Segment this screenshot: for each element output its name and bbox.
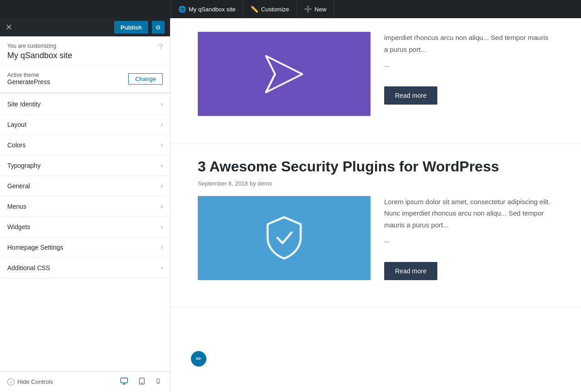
read-more-button-2[interactable]: Read more — [384, 262, 437, 280]
sidebar-menu: Site Identity › Layout › Colors › Typogr… — [0, 94, 170, 371]
chevron-right-icon: › — [161, 121, 163, 128]
chevron-right-icon: › — [161, 265, 163, 271]
sidebar-item-typography[interactable]: Typography › — [0, 156, 170, 176]
theme-info: Active theme GeneratePress — [7, 72, 50, 85]
desktop-device-button[interactable] — [118, 375, 130, 389]
homepage-settings-label: Homepage Settings — [7, 244, 63, 251]
mobile-icon — [155, 377, 161, 385]
additional-css-label: Additional CSS — [7, 264, 50, 271]
chevron-right-icon: › — [161, 183, 163, 189]
paper-plane-icon — [261, 51, 307, 97]
tab-my-site-label: My qSandbox site — [189, 6, 235, 13]
excerpt-text-2: Lorem ipsum dolor sit amet, consectetur … — [384, 196, 554, 231]
post-title-2: 3 Awesome Security Plugins for WordPress — [198, 157, 554, 176]
tablet-device-button[interactable] — [136, 375, 147, 389]
pencil-icon: ✏ — [196, 355, 202, 363]
sidebar-theme: Active theme GeneratePress Change — [0, 65, 170, 92]
svg-point-4 — [141, 382, 142, 383]
top-bar: 🌐 My qSandbox site ✏️ Customize ➕ New — [0, 0, 581, 18]
chevron-right-icon: › — [161, 203, 163, 210]
theme-name: GeneratePress — [7, 78, 50, 85]
sidebar-item-widgets[interactable]: Widgets › — [0, 217, 170, 237]
chevron-right-icon: › — [161, 101, 163, 107]
publish-button[interactable]: Publish — [114, 21, 148, 34]
shield-check-icon — [261, 215, 307, 261]
device-switcher — [118, 375, 163, 389]
change-theme-button[interactable]: Change — [128, 73, 163, 85]
settings-button[interactable]: ⚙ — [152, 21, 165, 34]
chevron-right-icon: › — [161, 162, 163, 169]
close-icon: ✕ — [5, 23, 12, 32]
read-more-button-1[interactable]: Read more — [384, 86, 437, 105]
sidebar-item-homepage-settings[interactable]: Homepage Settings › — [0, 237, 170, 258]
settings-icon: ⚙ — [155, 24, 161, 31]
meta-text: You are customizing My qSandbox site — [7, 43, 72, 60]
svg-rect-0 — [121, 378, 128, 383]
customizing-label: You are customizing — [7, 43, 72, 49]
layout-label: Layout — [7, 121, 26, 128]
hide-controls-label: Hide Controls — [17, 378, 53, 385]
sidebar-item-additional-css[interactable]: Additional CSS › — [0, 258, 170, 278]
edit-pencil-button[interactable]: ✏ — [191, 351, 206, 367]
excerpt-dots-2: ... — [384, 234, 554, 246]
post-image-1 — [198, 32, 371, 116]
sidebar-item-site-identity[interactable]: Site Identity › — [0, 94, 170, 115]
blog-post-1: imperdiet rhoncus arcu non aliqu... Sed … — [170, 18, 581, 144]
desktop-icon — [120, 377, 128, 385]
widgets-label: Widgets — [7, 223, 30, 231]
chevron-right-icon: › — [161, 224, 163, 230]
mobile-device-button[interactable] — [154, 375, 163, 389]
typography-label: Typography — [7, 162, 40, 169]
post-top: imperdiet rhoncus arcu non aliqu... Sed … — [198, 32, 554, 116]
post-excerpt-1: imperdiet rhoncus arcu non aliqu... Sed … — [384, 32, 554, 116]
chevron-right-icon: › — [161, 244, 163, 251]
colors-label: Colors — [7, 141, 25, 149]
sidebar-meta: You are customizing My qSandbox site ? — [0, 36, 170, 65]
excerpt-dots-1: ... — [384, 59, 554, 70]
sidebar-item-layout[interactable]: Layout › — [0, 115, 170, 135]
tablet-icon — [138, 377, 145, 385]
post-meta-2: September 8, 2018 by demo — [198, 180, 554, 187]
blog-post-2: 3 Awesome Security Plugins for WordPress… — [170, 144, 581, 308]
svg-point-6 — [158, 382, 159, 382]
sidebar-item-general[interactable]: General › — [0, 176, 170, 196]
svg-marker-7 — [266, 56, 302, 92]
post-top-2: Lorem ipsum dolor sit amet, consectetur … — [198, 196, 554, 281]
menus-label: Menus — [7, 203, 26, 210]
main-content: imperdiet rhoncus arcu non aliqu... Sed … — [170, 18, 581, 392]
help-icon[interactable]: ? — [159, 43, 163, 51]
site-icon: 🌐 — [178, 5, 186, 13]
sidebar: ✕ Publish ⚙ You are customizing My qSand… — [0, 18, 170, 392]
close-button[interactable]: ✕ — [5, 23, 12, 31]
sidebar-footer: ‹ Hide Controls — [0, 371, 170, 392]
tab-customize[interactable]: ✏️ Customize — [243, 0, 296, 18]
active-theme-label: Active theme — [7, 72, 50, 78]
customize-icon: ✏️ — [250, 5, 258, 13]
general-label: General — [7, 182, 30, 190]
hide-controls-button[interactable]: ‹ Hide Controls — [7, 378, 53, 386]
tab-new-label: New — [315, 6, 326, 13]
chevron-right-icon: › — [161, 142, 163, 148]
post-excerpt-2: Lorem ipsum dolor sit amet, consectetur … — [384, 196, 554, 281]
tab-customize-label: Customize — [261, 6, 289, 13]
excerpt-text-1: imperdiet rhoncus arcu non aliqu... Sed … — [384, 32, 554, 55]
tab-new[interactable]: ➕ New — [297, 0, 334, 18]
sidebar-header: ✕ Publish ⚙ — [0, 18, 170, 36]
main-layout: ✕ Publish ⚙ You are customizing My qSand… — [0, 18, 581, 392]
sidebar-item-menus[interactable]: Menus › — [0, 196, 170, 217]
site-identity-label: Site Identity — [7, 101, 40, 108]
arrow-icon: ‹ — [7, 378, 15, 386]
post-image-2 — [198, 196, 371, 280]
new-icon: ➕ — [304, 5, 312, 13]
site-name: My qSandbox site — [7, 51, 72, 60]
sidebar-item-colors[interactable]: Colors › — [0, 135, 170, 156]
top-bar-tabs: 🌐 My qSandbox site ✏️ Customize ➕ New — [170, 0, 334, 18]
tab-my-site[interactable]: 🌐 My qSandbox site — [170, 0, 243, 18]
publish-actions: Publish ⚙ — [114, 21, 165, 34]
